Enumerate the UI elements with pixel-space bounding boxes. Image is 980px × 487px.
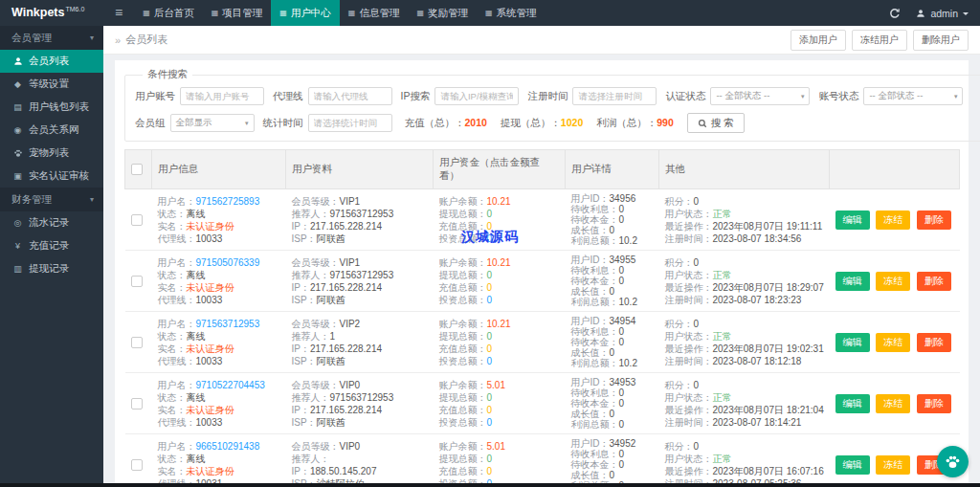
menu-item-dashboard[interactable]: ▦ 后台首页 [134,0,203,26]
sidebar-group-member-management[interactable]: 会员管理 ▾ [0,26,103,50]
withdraw-total[interactable]: 0 [487,270,493,280]
realname-status: 未认证身份 [187,466,234,476]
recharge-total[interactable]: 0 [487,282,493,293]
agent-line-input[interactable] [308,87,392,105]
freeze-button[interactable]: 冻结 [876,333,910,352]
sidebar-item-withdraw-records[interactable]: ▥ 提现记录 [0,257,103,280]
sidebar-group-finance-management[interactable]: 财务管理 ▾ [0,188,103,211]
invest-total[interactable]: 0 [487,417,493,428]
sidebar-group-label: 会员管理 [11,32,52,45]
menu-item-system[interactable]: ▦ 系统管理 [477,0,546,26]
pending-interest: 0 [619,387,625,398]
member-level: VIP1 [340,196,361,207]
sidebar-item-flow-records[interactable]: ◎ 流水记录 [0,211,103,234]
last-operation-time: 2023年08月07日 19:11:11 [713,221,823,232]
row-checkbox[interactable] [131,398,143,410]
edit-button[interactable]: 编辑 [835,455,870,475]
profit-total: 10.2 [619,358,637,368]
delete-button[interactable]: 删除 [917,272,951,291]
balance-amount[interactable]: 5.01 [487,441,505,452]
withdraw-total[interactable]: 0 [487,331,493,342]
member-group-select[interactable]: 全部显示 ▾ [170,114,255,132]
row-checkbox[interactable] [131,459,143,471]
balance-amount[interactable]: 10.21 [487,257,511,268]
ip-search-input[interactable] [434,87,519,105]
menu-item-information[interactable]: ▦ 信息管理 [340,0,409,26]
sidebar-item-recharge-records[interactable]: ¥ 充值记录 [0,234,103,257]
recharge-total[interactable]: 0 [487,466,493,476]
cell-user-details: 用户ID：34955 待收利息：0 待收本金：0 成长值：0 利润总额：10.2 [566,251,659,312]
sidebar-item-member-relation-network[interactable]: ◉ 会员关系网 [0,119,103,142]
menu-item-rewards[interactable]: ▦ 奖励管理 [408,0,477,26]
invest-total[interactable]: 0 [487,295,493,305]
search-button[interactable]: 搜 索 [687,113,745,133]
sidebar-item-member-list[interactable]: 会员列表 [0,50,103,73]
select-all-checkbox[interactable] [131,164,143,175]
breadcrumb-sep-icon: » [115,34,121,46]
delete-button[interactable]: 删除 [917,333,951,352]
delete-user-button[interactable]: 删除用户 [913,30,969,51]
stat-time-input[interactable] [308,114,392,132]
account-status-select[interactable]: -- 全部状态 -- ▾ [863,87,963,105]
register-time: 2023-08-07 18:14:21 [713,417,802,428]
sidebar-item-pet-list[interactable]: 宠物列表 [0,142,103,165]
recharge-total[interactable]: 0 [487,405,493,415]
member-level: VIP0 [340,441,361,452]
edit-button[interactable]: 编辑 [835,272,870,291]
sidebar-item-user-wallet-list[interactable]: ▤ 用户钱包列表 [0,96,103,119]
field-label: 用户账号 [135,90,175,103]
row-checkbox[interactable] [131,214,143,226]
freeze-button[interactable]: 冻结 [876,210,910,230]
row-checkbox[interactable] [131,337,143,348]
add-user-button[interactable]: 添加用户 [791,30,846,51]
growth-value: 0 [610,286,615,297]
sidebar-item-label: 宠物列表 [29,146,69,160]
register-time-input[interactable] [572,87,657,105]
balance-amount[interactable]: 5.01 [487,380,505,390]
delete-button[interactable]: 删除 [917,394,951,413]
select-value: -- 全部状态 -- [869,90,923,102]
cell-user-details: 用户ID：34952 待收利息：0 待收本金：0 成长值：0 利润总额：0 [566,434,659,487]
username-link[interactable]: 971505076339 [196,257,260,268]
auth-status-select[interactable]: -- 全部状态 -- ▾ [710,87,810,105]
admin-dropdown[interactable]: admin [916,8,969,19]
pending-principal: 0 [619,459,625,470]
user-account-input[interactable] [180,87,264,105]
user-id: 34953 [610,377,636,387]
menu-item-user-center[interactable]: ▦ 用户中心 [271,0,340,26]
username-link[interactable]: 966510291438 [196,441,260,452]
username-link[interactable]: 971563712953 [196,319,260,329]
main-content: » 会员列表 添加用户 冻结用户 删除用户 条件搜索 用户账号 代理线 IP搜 [103,26,980,487]
edit-button[interactable]: 编辑 [835,333,870,352]
username-link[interactable]: 971562725893 [196,196,260,207]
hamburger-menu-icon[interactable]: ≡ [103,0,134,26]
withdraw-total[interactable]: 0 [487,209,493,219]
edit-button[interactable]: 编辑 [835,210,870,230]
balance-amount[interactable]: 10.21 [487,319,511,329]
refresh-icon[interactable] [889,8,901,19]
user-icon [916,9,925,18]
menu-item-projects[interactable]: ▦ 项目管理 [203,0,272,26]
freeze-button[interactable]: 冻结 [876,455,910,475]
edit-button[interactable]: 编辑 [835,394,870,413]
customer-service-button[interactable] [937,446,969,477]
username-link[interactable]: 9710522704453 [196,380,265,390]
breadcrumb: » 会员列表 [115,33,167,47]
sidebar-item-realname-verify-audit[interactable]: ▣ 实名认证审核 [0,165,103,188]
column-header-user-info: 用户信息 [152,150,286,189]
withdraw-total[interactable]: 0 [487,392,493,403]
top-menu: ▦ 后台首页 ▦ 项目管理 ▦ 用户中心 ▦ 信息管理 ▦ 奖励管理 ▦ 系统管… [134,0,545,26]
freeze-button[interactable]: 冻结 [876,394,910,413]
delete-button[interactable]: 删除 [917,210,951,230]
balance-amount[interactable]: 10.21 [487,196,511,207]
menu-item-label: 项目管理 [222,7,262,20]
invest-total[interactable]: 0 [487,356,493,366]
freeze-button[interactable]: 冻结 [876,272,910,291]
sidebar-item-level-settings[interactable]: ◆ 等级设置 [0,73,103,96]
app-logo: WinkpetsTM6.0 [0,6,103,19]
sidebar-item-label: 等级设置 [29,77,69,91]
row-checkbox[interactable] [131,276,143,287]
freeze-user-button[interactable]: 冻结用户 [852,30,907,51]
recharge-total[interactable]: 0 [487,343,493,354]
withdraw-total[interactable]: 0 [487,454,493,464]
